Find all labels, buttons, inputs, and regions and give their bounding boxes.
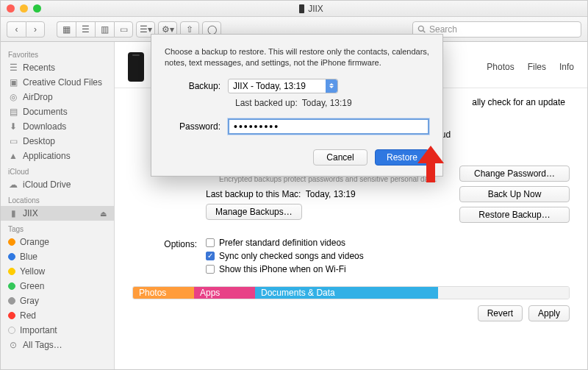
sidebar-item-creative-cloud[interactable]: ▣Creative Cloud Files — [1, 75, 114, 90]
opt-sync-checkbox[interactable] — [206, 252, 215, 260]
opt-wifi-checkbox[interactable] — [206, 265, 215, 274]
sidebar-tag-red[interactable]: Red — [1, 308, 114, 323]
sidebar-tag-important[interactable]: Important — [1, 323, 114, 338]
backup-popup-value: JIIX - Today, 13:19 — [233, 81, 306, 91]
sidebar-item-applications[interactable]: ▲Applications — [1, 149, 114, 163]
password-input[interactable]: ••••••••• — [228, 118, 429, 135]
window-title: JIIX — [41, 4, 581, 14]
sidebar-tag-orange[interactable]: Orange — [1, 235, 114, 249]
sidebar-heading-tags: Tags — [1, 221, 114, 235]
view-columns[interactable]: ▥ — [95, 21, 114, 38]
storage-bar: Photos Apps Documents & Data — [132, 286, 570, 299]
titlebar: JIIX — [1, 1, 587, 17]
change-password-button[interactable]: Change Password… — [459, 166, 570, 182]
restore-button[interactable]: Restore — [375, 149, 429, 166]
close-icon[interactable] — [7, 4, 15, 13]
last-backup-label: Last backup to this Mac: — [206, 189, 301, 199]
svg-line-1 — [423, 31, 426, 33]
dialog-last-value: Today, 13:19 — [302, 98, 352, 108]
storage-docs: Documents & Data — [255, 287, 438, 299]
back-button[interactable]: ‹ — [7, 21, 26, 38]
dialog-backup-label: Backup: — [165, 81, 228, 91]
tab-info[interactable]: Info — [559, 62, 574, 72]
tab-files[interactable]: Files — [528, 62, 546, 72]
cancel-button[interactable]: Cancel — [313, 149, 368, 166]
sidebar-item-downloads[interactable]: ⬇Downloads — [1, 119, 114, 134]
view-icon-grid[interactable]: ▦ — [57, 21, 76, 38]
revert-button[interactable]: Revert — [478, 305, 523, 321]
sidebar-item-recents[interactable]: ☰Recents — [1, 60, 114, 75]
svg-point-0 — [418, 26, 423, 31]
backup-now-button[interactable]: Back Up Now — [459, 186, 570, 202]
sidebar-item-airdrop[interactable]: ◎AirDrop — [1, 90, 114, 104]
opt-sd-label: Prefer standard definition videos — [219, 238, 345, 248]
sidebar-item-device[interactable]: ▮JIIX⏏ — [1, 206, 114, 221]
apply-button[interactable]: Apply — [528, 305, 570, 321]
sidebar-item-documents[interactable]: ▤Documents — [1, 104, 114, 119]
zoom-icon[interactable] — [33, 4, 41, 13]
sidebar-heading-icloud: iCloud — [1, 163, 114, 177]
sidebar-heading-favorites: Favorites — [1, 46, 114, 60]
sidebar-all-tags[interactable]: ⊙All Tags… — [1, 338, 114, 352]
search-icon — [417, 25, 426, 33]
storage-apps: Apps — [194, 287, 255, 299]
sidebar-tag-green[interactable]: Green — [1, 279, 114, 293]
view-gallery[interactable]: ▭ — [114, 21, 133, 38]
restore-dialog: Choose a backup to restore. This will re… — [151, 34, 443, 177]
opt-sd-checkbox[interactable] — [206, 238, 215, 247]
phone-icon — [128, 52, 144, 82]
view-list[interactable]: ☰ — [76, 21, 95, 38]
opt-wifi-label: Show this iPhone when on Wi-Fi — [219, 264, 346, 274]
sidebar: Favorites ☰Recents ▣Creative Cloud Files… — [1, 42, 115, 369]
restore-backup-button[interactable]: Restore Backup… — [459, 207, 570, 223]
sidebar-heading-locations: Locations — [1, 192, 114, 206]
minimize-icon[interactable] — [20, 4, 28, 13]
sidebar-tag-blue[interactable]: Blue — [1, 249, 114, 264]
dialog-last-label: Last backed up: — [235, 98, 298, 108]
dialog-message: Choose a backup to restore. This will re… — [165, 46, 429, 68]
tab-photos[interactable]: Photos — [487, 62, 514, 72]
options-label: Options: — [132, 238, 206, 249]
manage-backups-button[interactable]: Manage Backups… — [206, 204, 302, 220]
sidebar-item-icloud-drive[interactable]: ☁iCloud Drive — [1, 177, 114, 192]
forward-button[interactable]: › — [26, 21, 45, 38]
chevron-updown-icon — [326, 79, 337, 93]
last-backup-value: Today, 13:19 — [306, 189, 356, 199]
storage-photos: Photos — [133, 287, 194, 299]
sidebar-tag-yellow[interactable]: Yellow — [1, 264, 114, 279]
sidebar-tag-gray[interactable]: Gray — [1, 293, 114, 308]
dialog-password-label: Password: — [165, 121, 228, 132]
eject-icon[interactable]: ⏏ — [100, 210, 107, 218]
backup-popup[interactable]: JIIX - Today, 13:19 — [228, 79, 338, 93]
sidebar-item-desktop[interactable]: ▭Desktop — [1, 134, 114, 149]
opt-sync-label: Sync only checked songs and videos — [219, 251, 364, 261]
device-icon — [299, 4, 304, 13]
